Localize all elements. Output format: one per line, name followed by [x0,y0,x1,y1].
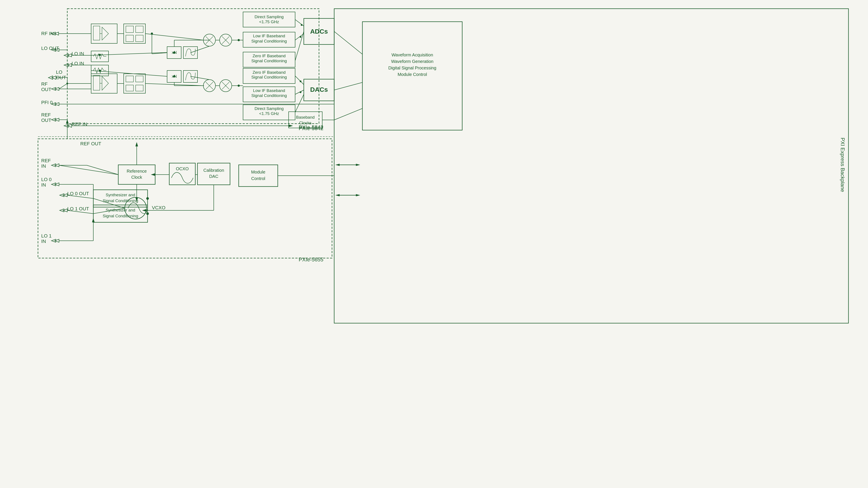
pxi-express-label: PXI Express Backplane [840,138,846,192]
lo-out-1-label: LO OUT [41,45,59,51]
svg-rect-0 [0,0,868,488]
pxie5655-label: PXIe-5655 [299,257,323,262]
svg-text:Digital Signal Processing: Digital Signal Processing [388,65,436,70]
adcs-label: ADCs [310,28,328,35]
calibration-dac-label: Calibration [203,168,224,173]
synth-signal-1-label: Synthesizer and [106,193,135,197]
svg-point-112 [238,39,240,41]
svg-text:Signal Conditioning: Signal Conditioning [251,93,287,98]
svg-text:Zero IF Baseband: Zero IF Baseband [253,70,286,75]
svg-text:Direct Sampling: Direct Sampling [254,106,284,111]
svg-text:Module Control: Module Control [398,72,427,77]
ref-out-1-label: REF [41,112,51,118]
svg-point-192 [173,75,175,77]
ref-out-2-label: REF OUT [80,141,101,147]
svg-text:OUT: OUT [41,118,51,123]
svg-point-129 [300,80,302,82]
svg-text:Signal Conditioning: Signal Conditioning [251,39,287,43]
svg-text:Zero IF Baseband: Zero IF Baseband [253,54,286,58]
lo1-in-label: LO 1 [41,233,52,238]
svg-point-131 [300,91,302,93]
svg-point-162 [146,197,149,200]
svg-text:DAC: DAC [209,174,218,179]
svg-text:Low IF Baseband: Low IF Baseband [253,34,285,38]
svg-point-108 [99,54,101,56]
svg-point-127 [238,85,240,87]
svg-point-114 [301,24,303,26]
reference-clock-label: Reference [127,169,147,173]
ocxo-label: OCXO [176,166,189,171]
svg-text:IN: IN [41,163,46,169]
baseband-clocks-label: Baseband [296,115,315,120]
svg-text:Low IF Baseband: Low IF Baseband [253,88,285,93]
svg-text:<1.75 GHz: <1.75 GHz [259,111,279,116]
lo-out-2-label: LO [56,69,62,75]
svg-text:OUT: OUT [41,87,51,92]
svg-text:IN: IN [41,238,46,244]
svg-point-163 [146,212,149,215]
svg-text:IN: IN [41,182,46,188]
rf-out-label: RF [41,82,48,87]
svg-text:Control: Control [251,176,265,181]
waveform-label: Waveform Acquisition [392,53,433,57]
vcxo-label: VCXO [152,205,165,210]
ref-in-1-label: REF IN [72,122,87,127]
svg-text:Clock: Clock [131,175,142,180]
module-control-label: Module [251,170,266,174]
svg-text:Signal Conditioning: Signal Conditioning [251,75,287,79]
svg-point-191 [173,52,175,54]
svg-text:PXIe-5842: PXIe-5842 [299,125,323,131]
svg-point-121 [99,70,101,72]
ref-in-2-label: REF [41,158,51,163]
lo-in-2-label: LO IN [72,61,84,66]
diagram-container: text { font-family: Arial, sans-serif; f… [0,0,868,488]
svg-text:Signal Conditioning: Signal Conditioning [103,198,138,203]
lo0-in-label: LO 0 [41,177,52,182]
svg-point-204 [66,83,68,85]
svg-text:<1.75 GHz: <1.75 GHz [259,20,279,24]
svg-text:Waveform Generation: Waveform Generation [391,59,434,64]
svg-text:Direct Sampling: Direct Sampling [254,14,284,19]
pfi0-label: PFI 0 [41,100,53,105]
lo-in-1-label: LO IN [72,51,84,56]
svg-text:Signal Conditioning: Signal Conditioning [103,214,138,218]
svg-text:Signal Conditioning: Signal Conditioning [251,59,287,63]
synth-signal-2-label: Synthesizer and [106,208,135,212]
dacs-label: DACs [310,86,328,93]
svg-text:Clocks: Clocks [299,121,311,125]
svg-point-116 [300,36,302,38]
